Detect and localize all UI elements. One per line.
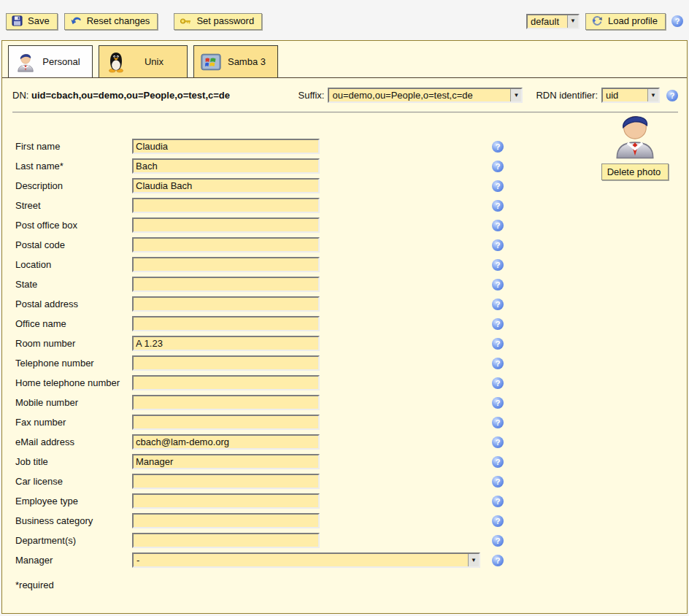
form-row: First name bbox=[15, 139, 678, 154]
toolbar: Save Reset changes Set password default … bbox=[0, 0, 689, 40]
help-icon[interactable] bbox=[492, 476, 504, 488]
field-zone bbox=[132, 198, 486, 213]
text-field[interactable] bbox=[132, 237, 320, 253]
text-field[interactable] bbox=[132, 533, 320, 548]
text-field[interactable] bbox=[132, 415, 320, 430]
text-field[interactable] bbox=[132, 375, 320, 390]
text-field[interactable] bbox=[132, 296, 320, 312]
help-icon[interactable] bbox=[492, 318, 504, 330]
help-icon[interactable] bbox=[492, 515, 504, 527]
profile-select-value: default bbox=[528, 15, 567, 28]
help-icon[interactable] bbox=[671, 15, 683, 27]
field-zone bbox=[132, 533, 486, 548]
help-icon[interactable] bbox=[492, 220, 504, 231]
text-field[interactable] bbox=[132, 454, 320, 469]
field-zone bbox=[132, 277, 486, 292]
text-field[interactable] bbox=[132, 474, 320, 489]
save-button[interactable]: Save bbox=[6, 13, 58, 30]
text-field[interactable] bbox=[132, 217, 320, 233]
module-tab-bar: Personal Unix Samba 3 bbox=[2, 41, 687, 78]
dn-value: uid=cbach,ou=demo,ou=People,o=test,c=de bbox=[31, 90, 230, 101]
help-icon[interactable] bbox=[492, 299, 504, 310]
penguin-icon bbox=[105, 51, 127, 73]
help-icon[interactable] bbox=[666, 90, 678, 101]
set-password-button[interactable]: Set password bbox=[174, 13, 262, 30]
help-icon[interactable] bbox=[492, 200, 504, 212]
reset-changes-button[interactable]: Reset changes bbox=[64, 13, 158, 30]
field-label: Office name bbox=[15, 318, 132, 329]
form-row: Post office box bbox=[15, 217, 678, 233]
help-icon[interactable] bbox=[492, 436, 504, 448]
text-field[interactable] bbox=[132, 139, 320, 154]
help-icon[interactable] bbox=[492, 161, 504, 172]
field-zone bbox=[132, 415, 486, 430]
profile-select[interactable]: default ▼ bbox=[526, 14, 580, 29]
text-field[interactable] bbox=[132, 434, 320, 450]
manager-select-value: - bbox=[134, 554, 468, 566]
form-row: Mobile number bbox=[15, 395, 678, 410]
text-field[interactable] bbox=[132, 178, 320, 193]
field-label: Description bbox=[15, 180, 132, 191]
help-icon[interactable] bbox=[492, 456, 504, 468]
field-label: Department(s) bbox=[15, 535, 132, 546]
text-field[interactable] bbox=[132, 198, 320, 213]
form-row: Postal code bbox=[15, 237, 678, 253]
tab-samba3[interactable]: Samba 3 bbox=[193, 45, 278, 77]
form-row: Business category bbox=[15, 513, 678, 528]
help-icon[interactable] bbox=[492, 496, 504, 507]
windows-icon bbox=[200, 51, 222, 73]
save-button-label: Save bbox=[28, 15, 50, 26]
field-label: Room number bbox=[15, 338, 132, 349]
text-field[interactable] bbox=[132, 355, 320, 371]
form-row: Fax number bbox=[15, 415, 678, 430]
field-zone: -▼ bbox=[132, 553, 486, 568]
help-icon[interactable] bbox=[492, 239, 504, 251]
help-icon[interactable] bbox=[492, 180, 504, 192]
field-zone bbox=[132, 336, 486, 351]
text-field[interactable] bbox=[132, 336, 320, 351]
key-icon bbox=[180, 16, 191, 26]
suffix-select[interactable]: ou=demo,ou=People,o=test,c=de ▼ bbox=[328, 88, 523, 103]
suffix-label: Suffix: bbox=[299, 90, 328, 101]
help-icon[interactable] bbox=[492, 417, 504, 428]
delete-photo-label: Delete photo bbox=[607, 166, 661, 177]
tab-unix-label: Unix bbox=[127, 56, 181, 67]
text-field[interactable] bbox=[132, 257, 320, 272]
form-row: Employee type bbox=[15, 493, 678, 509]
tab-samba3-label: Samba 3 bbox=[222, 56, 272, 67]
undo-arrow-icon bbox=[70, 15, 82, 26]
help-icon[interactable] bbox=[492, 279, 504, 290]
rdn-identifier-select[interactable]: uid ▼ bbox=[601, 88, 660, 103]
form-row: Description bbox=[15, 178, 678, 193]
form-row: Street bbox=[15, 198, 678, 213]
load-profile-button[interactable]: Load profile bbox=[585, 13, 666, 30]
text-field[interactable] bbox=[132, 277, 320, 292]
form-rows: First name Last name* Description Street… bbox=[15, 139, 678, 568]
save-icon bbox=[12, 15, 23, 26]
form-row: Office name bbox=[15, 316, 678, 331]
help-icon[interactable] bbox=[492, 555, 504, 566]
text-field[interactable] bbox=[132, 395, 320, 410]
delete-photo-button[interactable]: Delete photo bbox=[601, 163, 669, 180]
text-field[interactable] bbox=[132, 158, 320, 174]
help-icon[interactable] bbox=[492, 397, 504, 409]
form-row: Job title bbox=[15, 454, 678, 469]
tab-personal[interactable]: Personal bbox=[8, 45, 93, 77]
text-field[interactable] bbox=[132, 316, 320, 331]
help-icon[interactable] bbox=[492, 141, 504, 153]
tab-unix[interactable]: Unix bbox=[99, 45, 188, 77]
field-label: Job title bbox=[15, 456, 132, 467]
help-icon[interactable] bbox=[492, 338, 504, 350]
form-row: eMail address bbox=[15, 434, 678, 450]
help-icon[interactable] bbox=[492, 358, 504, 369]
manager-select[interactable]: -▼ bbox=[132, 553, 480, 568]
help-icon[interactable] bbox=[492, 259, 504, 271]
field-label: Location bbox=[15, 259, 132, 270]
field-zone bbox=[132, 474, 486, 489]
help-icon[interactable] bbox=[492, 377, 504, 389]
text-field[interactable] bbox=[132, 493, 320, 509]
field-zone bbox=[132, 434, 486, 450]
field-zone bbox=[132, 355, 486, 371]
help-icon[interactable] bbox=[492, 535, 504, 547]
text-field[interactable] bbox=[132, 513, 320, 528]
